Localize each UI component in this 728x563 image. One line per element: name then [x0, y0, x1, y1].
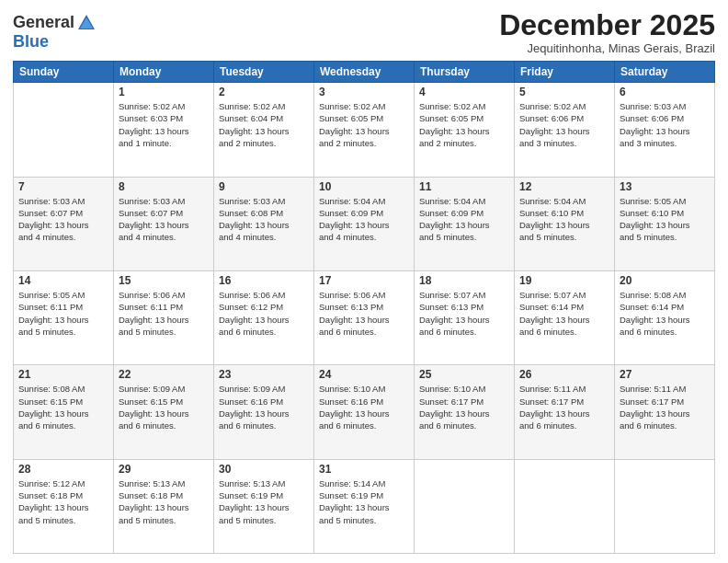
day-number: 4 [419, 86, 509, 98]
day-info: Sunrise: 5:04 AM Sunset: 6:09 PM Dayligh… [419, 195, 509, 244]
logo-blue: Blue [13, 32, 49, 51]
calendar-cell: 23Sunrise: 5:09 AM Sunset: 6:16 PM Dayli… [214, 365, 314, 459]
day-info: Sunrise: 5:09 AM Sunset: 6:15 PM Dayligh… [119, 383, 209, 431]
calendar-cell: 19Sunrise: 5:07 AM Sunset: 6:14 PM Dayli… [515, 270, 615, 364]
day-info: Sunrise: 5:08 AM Sunset: 6:15 PM Dayligh… [18, 383, 108, 431]
calendar-cell [14, 83, 114, 177]
col-thursday: Thursday [415, 62, 515, 83]
col-friday: Friday [515, 62, 615, 83]
calendar-table: Sunday Monday Tuesday Wednesday Thursday… [13, 61, 715, 554]
day-info: Sunrise: 5:11 AM Sunset: 6:17 PM Dayligh… [620, 383, 710, 431]
calendar-week-4: 21Sunrise: 5:08 AM Sunset: 6:15 PM Dayli… [14, 365, 715, 459]
day-number: 29 [119, 463, 209, 476]
day-info: Sunrise: 5:03 AM Sunset: 6:07 PM Dayligh… [18, 195, 108, 244]
day-info: Sunrise: 5:02 AM Sunset: 6:05 PM Dayligh… [319, 100, 409, 149]
calendar-cell: 9Sunrise: 5:03 AM Sunset: 6:08 PM Daylig… [214, 177, 314, 270]
calendar-cell: 3Sunrise: 5:02 AM Sunset: 6:05 PM Daylig… [314, 83, 415, 177]
day-number: 5 [519, 86, 609, 98]
calendar-week-1: 1Sunrise: 5:02 AM Sunset: 6:03 PM Daylig… [14, 83, 715, 177]
day-info: Sunrise: 5:03 AM Sunset: 6:07 PM Dayligh… [119, 195, 209, 244]
calendar-week-5: 28Sunrise: 5:12 AM Sunset: 6:18 PM Dayli… [14, 459, 715, 553]
day-number: 6 [620, 86, 710, 98]
calendar-cell: 10Sunrise: 5:04 AM Sunset: 6:09 PM Dayli… [314, 177, 415, 270]
day-number: 20 [620, 274, 710, 287]
day-info: Sunrise: 5:06 AM Sunset: 6:11 PM Dayligh… [119, 289, 209, 338]
day-number: 9 [219, 180, 309, 193]
day-info: Sunrise: 5:04 AM Sunset: 6:10 PM Dayligh… [519, 195, 609, 244]
calendar-cell: 12Sunrise: 5:04 AM Sunset: 6:10 PM Dayli… [515, 177, 615, 270]
calendar-cell: 13Sunrise: 5:05 AM Sunset: 6:10 PM Dayli… [615, 177, 715, 270]
col-saturday: Saturday [615, 62, 715, 83]
day-number: 15 [119, 274, 209, 287]
calendar-cell: 26Sunrise: 5:11 AM Sunset: 6:17 PM Dayli… [515, 365, 615, 459]
location-subtitle: Jequitinhonha, Minas Gerais, Brazil [499, 41, 715, 55]
calendar-header-row: Sunday Monday Tuesday Wednesday Thursday… [14, 62, 715, 83]
day-number: 28 [18, 463, 108, 476]
day-info: Sunrise: 5:09 AM Sunset: 6:16 PM Dayligh… [219, 383, 309, 431]
day-number: 8 [119, 180, 209, 193]
calendar-cell [415, 459, 515, 553]
day-info: Sunrise: 5:05 AM Sunset: 6:11 PM Dayligh… [18, 289, 108, 338]
day-number: 13 [620, 180, 710, 193]
day-info: Sunrise: 5:03 AM Sunset: 6:08 PM Dayligh… [219, 195, 309, 244]
header: General Blue December 2025 Jequitinhonha… [13, 9, 715, 55]
day-number: 2 [219, 86, 309, 98]
calendar-cell [615, 459, 715, 553]
day-info: Sunrise: 5:08 AM Sunset: 6:14 PM Dayligh… [620, 289, 710, 338]
day-info: Sunrise: 5:04 AM Sunset: 6:09 PM Dayligh… [319, 195, 409, 244]
calendar-week-3: 14Sunrise: 5:05 AM Sunset: 6:11 PM Dayli… [14, 270, 715, 364]
day-number: 17 [319, 274, 409, 287]
calendar-week-2: 7Sunrise: 5:03 AM Sunset: 6:07 PM Daylig… [14, 177, 715, 270]
calendar-cell: 2Sunrise: 5:02 AM Sunset: 6:04 PM Daylig… [214, 83, 314, 177]
day-info: Sunrise: 5:10 AM Sunset: 6:16 PM Dayligh… [319, 383, 409, 431]
day-number: 19 [519, 274, 609, 287]
day-number: 16 [219, 274, 309, 287]
day-number: 25 [419, 368, 509, 381]
day-number: 27 [620, 368, 710, 381]
day-info: Sunrise: 5:02 AM Sunset: 6:04 PM Dayligh… [219, 100, 309, 149]
logo: General Blue [13, 13, 97, 52]
day-number: 1 [119, 86, 209, 98]
day-number: 14 [18, 274, 108, 287]
calendar-cell: 18Sunrise: 5:07 AM Sunset: 6:13 PM Dayli… [415, 270, 515, 364]
col-wednesday: Wednesday [314, 62, 415, 83]
calendar-cell: 7Sunrise: 5:03 AM Sunset: 6:07 PM Daylig… [14, 177, 114, 270]
logo-icon [76, 13, 97, 33]
day-info: Sunrise: 5:05 AM Sunset: 6:10 PM Dayligh… [620, 195, 710, 244]
day-info: Sunrise: 5:07 AM Sunset: 6:13 PM Dayligh… [419, 289, 509, 338]
calendar-cell: 1Sunrise: 5:02 AM Sunset: 6:03 PM Daylig… [114, 83, 214, 177]
calendar-cell: 20Sunrise: 5:08 AM Sunset: 6:14 PM Dayli… [615, 270, 715, 364]
calendar-cell: 14Sunrise: 5:05 AM Sunset: 6:11 PM Dayli… [14, 270, 114, 364]
day-number: 31 [319, 463, 409, 476]
calendar-cell: 22Sunrise: 5:09 AM Sunset: 6:15 PM Dayli… [114, 365, 214, 459]
day-number: 7 [18, 180, 108, 193]
day-number: 30 [219, 463, 309, 476]
day-info: Sunrise: 5:06 AM Sunset: 6:12 PM Dayligh… [219, 289, 309, 338]
day-info: Sunrise: 5:11 AM Sunset: 6:17 PM Dayligh… [519, 383, 609, 431]
col-sunday: Sunday [14, 62, 114, 83]
day-number: 23 [219, 368, 309, 381]
calendar-cell: 21Sunrise: 5:08 AM Sunset: 6:15 PM Dayli… [14, 365, 114, 459]
day-info: Sunrise: 5:12 AM Sunset: 6:18 PM Dayligh… [18, 477, 108, 526]
day-info: Sunrise: 5:02 AM Sunset: 6:03 PM Dayligh… [119, 100, 209, 149]
day-info: Sunrise: 5:13 AM Sunset: 6:19 PM Dayligh… [219, 477, 309, 526]
calendar-cell: 5Sunrise: 5:02 AM Sunset: 6:06 PM Daylig… [515, 83, 615, 177]
calendar-cell [515, 459, 615, 553]
calendar-cell: 24Sunrise: 5:10 AM Sunset: 6:16 PM Dayli… [314, 365, 415, 459]
day-number: 11 [419, 180, 509, 193]
day-number: 26 [519, 368, 609, 381]
calendar-cell: 4Sunrise: 5:02 AM Sunset: 6:05 PM Daylig… [415, 83, 515, 177]
day-number: 22 [119, 368, 209, 381]
day-info: Sunrise: 5:13 AM Sunset: 6:18 PM Dayligh… [119, 477, 209, 526]
day-info: Sunrise: 5:06 AM Sunset: 6:13 PM Dayligh… [319, 289, 409, 338]
day-number: 12 [519, 180, 609, 193]
col-monday: Monday [114, 62, 214, 83]
calendar-cell: 16Sunrise: 5:06 AM Sunset: 6:12 PM Dayli… [214, 270, 314, 364]
calendar-cell: 6Sunrise: 5:03 AM Sunset: 6:06 PM Daylig… [615, 83, 715, 177]
day-info: Sunrise: 5:10 AM Sunset: 6:17 PM Dayligh… [419, 383, 509, 431]
calendar-cell: 31Sunrise: 5:14 AM Sunset: 6:19 PM Dayli… [314, 459, 415, 553]
day-number: 24 [319, 368, 409, 381]
page: General Blue December 2025 Jequitinhonha… [0, 0, 728, 563]
calendar-cell: 11Sunrise: 5:04 AM Sunset: 6:09 PM Dayli… [415, 177, 515, 270]
day-number: 18 [419, 274, 509, 287]
